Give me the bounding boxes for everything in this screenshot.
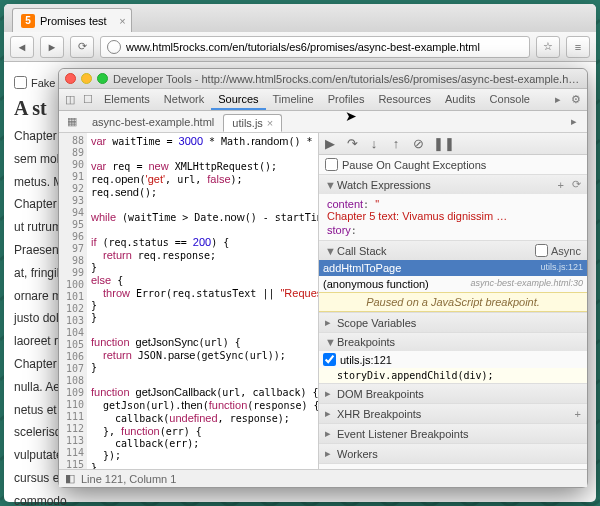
expand-icon: ▼ [325, 179, 333, 191]
expand-icon: ▸ [325, 447, 333, 460]
traffic-zoom-icon[interactable] [97, 73, 108, 84]
fake-checkbox-input[interactable] [14, 76, 27, 89]
drawer-icon[interactable]: ▸ [549, 93, 567, 106]
panel-tab-audits[interactable]: Audits [438, 90, 483, 110]
menu-button[interactable]: ≡ [566, 36, 590, 58]
device-icon[interactable]: ☐ [79, 93, 97, 106]
collapse-icon: ▼ [325, 336, 333, 348]
step-into-icon[interactable]: ↓ [367, 136, 381, 151]
breakpoint-item[interactable]: utils.js:121 [319, 351, 587, 368]
globe-icon [107, 40, 121, 54]
async-checkbox[interactable] [535, 244, 548, 257]
devtools-title: Developer Tools - http://www.html5rocks.… [113, 73, 581, 85]
sidebar-section: ▸Event Listener Breakpoints [319, 424, 587, 444]
line-gutter: 88 89 90 91 92 93 94 95 96 97 98 99 100 … [59, 133, 87, 469]
panel-tab-elements[interactable]: Elements [97, 90, 157, 110]
expand-icon: ▸ [325, 407, 333, 420]
section-header[interactable]: ▸Workers [319, 444, 587, 463]
expand-icon: ▼ [325, 245, 333, 257]
sidebar-section: ▸XHR Breakpoints+ [319, 404, 587, 424]
debugger-toolbar: ▶ ↷ ↓ ↑ ⊘ ❚❚ [319, 133, 587, 155]
expand-icon: ▸ [325, 316, 333, 329]
settings-icon[interactable]: ⚙ [567, 93, 585, 106]
devtools-body: 88 89 90 91 92 93 94 95 96 97 98 99 100 … [59, 133, 587, 469]
callstack-header[interactable]: ▼Call StackAsync [319, 241, 587, 260]
step-over-icon[interactable]: ↷ [345, 136, 359, 151]
url-field[interactable]: www.html5rocks.com/en/tutorials/es6/prom… [100, 36, 530, 58]
traffic-close-icon[interactable] [65, 73, 76, 84]
breakpoint-checkbox[interactable] [323, 353, 336, 366]
file-tab[interactable]: utils.js× [223, 114, 282, 132]
panel-tab-profiles[interactable]: Profiles [321, 90, 372, 110]
callstack-frame[interactable]: (anonymous function)async-best-example.h… [319, 276, 587, 292]
callstack-section: ▼Call StackAsync addHtmlToPageutils.js:1… [319, 241, 587, 313]
watch-item[interactable]: content: "Chapter 5 text: Vivamus dignis… [325, 197, 581, 223]
panel-tab-console[interactable]: Console [483, 90, 537, 110]
section-header[interactable]: ▼Breakpoints [319, 333, 587, 351]
async-toggle[interactable]: Async [535, 244, 581, 257]
section-header[interactable]: ▸Event Listener Breakpoints [319, 424, 587, 443]
code-editor[interactable]: 88 89 90 91 92 93 94 95 96 97 98 99 100 … [59, 133, 319, 469]
resume-icon[interactable]: ▶ [323, 136, 337, 151]
breakpoint-toggle-icon[interactable]: ◧ [65, 472, 75, 485]
watch-header[interactable]: ▼Watch Expressions+⟳ [319, 175, 587, 194]
sidebar-section: ▸Scope Variables [319, 313, 587, 333]
panel-tab-timeline[interactable]: Timeline [266, 90, 321, 110]
file-tab[interactable]: async-best-example.html [83, 113, 223, 131]
sidebar-section: ▼Breakpointsutils.js:121storyDiv.appendC… [319, 333, 587, 384]
add-icon[interactable]: + [575, 408, 581, 420]
step-out-icon[interactable]: ↑ [389, 136, 403, 151]
more-tabs-icon[interactable]: ▸ [565, 115, 583, 128]
breakpoint-code: storyDiv.appendChild(div); [319, 368, 587, 383]
devtools-titlebar[interactable]: Developer Tools - http://www.html5rocks.… [59, 69, 587, 89]
section-header[interactable]: ▸Scope Variables [319, 313, 587, 332]
panel-tab-network[interactable]: Network [157, 90, 211, 110]
watch-section: ▼Watch Expressions+⟳ content: "Chapter 5… [319, 175, 587, 241]
deactivate-bp-icon[interactable]: ⊘ [411, 136, 425, 151]
browser-tab[interactable]: 5 Promises test × [12, 8, 132, 32]
bookmark-button[interactable]: ☆ [536, 36, 560, 58]
address-bar: ◄ ► ⟳ www.html5rocks.com/en/tutorials/es… [4, 32, 596, 62]
tab-title: Promises test [40, 15, 107, 27]
refresh-watch-icon[interactable]: ⟳ [572, 178, 581, 191]
html5-favicon-icon: 5 [21, 14, 35, 28]
sidebar-section: ▸DOM Breakpoints [319, 384, 587, 404]
debugger-sidebar: ▶ ↷ ↓ ↑ ⊘ ❚❚ Pause On Caught Exceptions … [319, 133, 587, 469]
status-text: Line 121, Column 1 [81, 473, 176, 485]
browser-tabbar: 5 Promises test × [4, 4, 596, 32]
devtools-toolbar: ◫ ☐ ElementsNetworkSourcesTimelineProfil… [59, 89, 587, 111]
expand-icon: ▸ [325, 427, 333, 440]
code-lines[interactable]: var waitTime = 3000 * Math.random() * fa… [87, 133, 318, 469]
add-watch-icon[interactable]: + [558, 179, 564, 191]
devtools-statusbar: ◧ Line 121, Column 1 [59, 469, 587, 487]
url-text: www.html5rocks.com/en/tutorials/es6/prom… [126, 41, 480, 53]
paused-message: Paused on a JavaScript breakpoint. [319, 292, 587, 312]
panel-tab-resources[interactable]: Resources [371, 90, 438, 110]
back-button[interactable]: ◄ [10, 36, 34, 58]
pause-on-exceptions[interactable]: Pause On Caught Exceptions [319, 155, 587, 175]
expand-icon: ▸ [325, 387, 333, 400]
inspect-icon[interactable]: ◫ [61, 93, 79, 106]
section-header[interactable]: ▸DOM Breakpoints [319, 384, 587, 403]
navigator-icon[interactable]: ▦ [63, 115, 81, 128]
body-text: commodo [14, 493, 586, 506]
sidebar-section: ▸Workers [319, 444, 587, 464]
source-file-tabs: ▦ async-best-example.htmlutils.js× ▸ [59, 111, 587, 133]
panel-tab-sources[interactable]: Sources [211, 90, 265, 110]
devtools-window: Developer Tools - http://www.html5rocks.… [58, 68, 588, 488]
reload-button[interactable]: ⟳ [70, 36, 94, 58]
traffic-minimize-icon[interactable] [81, 73, 92, 84]
section-header[interactable]: ▸XHR Breakpoints+ [319, 404, 587, 423]
forward-button[interactable]: ► [40, 36, 64, 58]
callstack-frame[interactable]: addHtmlToPageutils.js:121 [319, 260, 587, 276]
pause-icon[interactable]: ❚❚ [433, 136, 447, 151]
pause-exceptions-checkbox[interactable] [325, 158, 338, 171]
tab-close-icon[interactable]: × [119, 15, 125, 27]
watch-item[interactable]: story: [325, 223, 581, 237]
